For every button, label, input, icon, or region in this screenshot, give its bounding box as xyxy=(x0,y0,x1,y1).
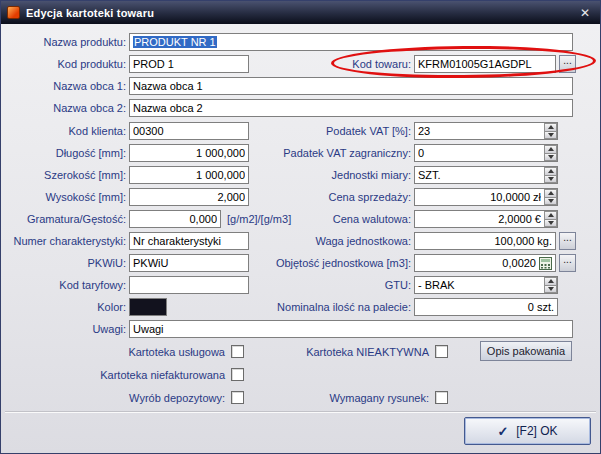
podatek-vat-zagraniczny-spinner xyxy=(544,145,557,161)
pkwiu-label: PKWiU: xyxy=(7,254,126,272)
waga-jednostkowa-label: Waga jednostkowa: xyxy=(231,232,411,250)
arrow-down-icon xyxy=(548,177,554,181)
nazwa-produktu-label: Nazwa produktu: xyxy=(7,33,126,51)
uwagi-label: Uwagi: xyxy=(7,320,126,338)
spin-down-button[interactable] xyxy=(544,154,557,162)
cena-sprzedazy-input[interactable]: 10,0000 zł xyxy=(414,188,558,206)
kod-towaru-label: Kod towaru: xyxy=(231,55,411,73)
spin-up-button[interactable] xyxy=(544,167,557,176)
arrow-down-icon xyxy=(548,221,554,225)
cena-sprzedazy-value: 10,0000 zł xyxy=(418,191,541,203)
cena-walutowa-input[interactable]: 2,0000 € xyxy=(414,210,558,228)
spin-up-button[interactable] xyxy=(544,277,557,286)
spin-down-button[interactable] xyxy=(544,132,557,140)
gtu-input[interactable]: - BRAK xyxy=(414,276,558,294)
waga-jednostkowa-value: 100,000 kg. xyxy=(418,235,552,247)
numer-charakterystyki-label: Numer charakterystyki: xyxy=(7,232,126,250)
objetosc-jednostkowa-input[interactable]: 0,0020 xyxy=(414,254,556,272)
arrow-down-icon xyxy=(548,155,554,159)
kod-towaru-browse-button[interactable]: ... xyxy=(559,55,576,73)
kartoteka-nieaktywna-checkbox[interactable] xyxy=(435,345,448,358)
uwagi-value: Uwagi xyxy=(133,323,569,335)
arrow-up-icon xyxy=(548,213,554,217)
window-title: Edycja kartoteki towaru xyxy=(26,7,570,19)
titlebar[interactable]: Edycja kartoteki towaru ✕ xyxy=(1,1,600,24)
jednostki-miary-value: SZT. xyxy=(418,169,541,181)
kod-towaru-input[interactable]: KFRM01005G1AGDPL xyxy=(414,55,556,73)
jednostki-miary-label: Jednostki miary: xyxy=(231,166,411,184)
podatek-vat-zagraniczny-value: 0 xyxy=(418,147,541,159)
waga-jednostkowa-input[interactable]: 100,000 kg. xyxy=(414,232,556,250)
objetosc-jednostkowa-browse-button[interactable]: ... xyxy=(559,254,576,272)
kartoteka-niefakturowana-label: Kartoteka niefakturowana xyxy=(7,366,225,384)
wymagany-rysunek-label: Wymagany rysunek: xyxy=(241,389,429,407)
nazwa-produktu-input[interactable]: PRODUKT NR 1 xyxy=(129,33,573,51)
wymagany-rysunek-checkbox[interactable] xyxy=(435,391,448,404)
spin-up-button[interactable] xyxy=(544,123,557,132)
kod-taryfowy-label: Kod taryfowy: xyxy=(7,276,126,294)
kod-klienta-value: 00300 xyxy=(133,125,245,137)
spin-up-button[interactable] xyxy=(544,189,557,198)
spin-up-button[interactable] xyxy=(544,145,557,154)
podatek-vat-zagraniczny-input[interactable]: 0 xyxy=(414,144,558,162)
kartoteka-niefakturowana-checkbox[interactable] xyxy=(231,368,244,381)
uwagi-input[interactable]: Uwagi xyxy=(129,320,573,338)
nominalna-ilosc-label: Nominalna ilość na palecie: xyxy=(231,298,411,316)
kartoteka-nieaktywna-label: Kartoteka NIEAKTYWNA xyxy=(241,343,429,361)
gramatura-label: Gramatura/Gęstość: xyxy=(7,210,126,228)
calculator-icon[interactable] xyxy=(539,257,552,270)
kod-klienta-label: Kod klienta: xyxy=(7,122,126,140)
dlugosc-value: 1 000,000 xyxy=(133,147,245,159)
nazwa-obca-2-input[interactable]: Nazwa obca 2 xyxy=(129,99,573,117)
edit-product-dialog: Edycja kartoteki towaru ✕ Nazwa produktu… xyxy=(0,0,601,454)
nazwa-obca-1-value: Nazwa obca 1 xyxy=(133,80,569,92)
wysokosc-value: 2,000 xyxy=(133,191,245,203)
objetosc-jednostkowa-label: Objętość jednostkowa [m3]: xyxy=(231,254,411,272)
spin-down-button[interactable] xyxy=(544,176,557,184)
dlugosc-label: Długość [mm]: xyxy=(7,144,126,162)
nazwa-obca-2-label: Nazwa obca 2: xyxy=(7,99,126,117)
spin-down-button[interactable] xyxy=(544,198,557,206)
kod-produktu-label: Kod produktu: xyxy=(7,55,126,73)
opis-pakowania-button[interactable]: Opis pakowania xyxy=(480,341,572,361)
nazwa-produktu-value: PRODUKT NR 1 xyxy=(133,36,569,48)
kolor-label: Kolor: xyxy=(7,298,126,316)
gtu-value: - BRAK xyxy=(418,279,541,291)
pkwiu-value: PKWiU xyxy=(133,257,245,269)
kartoteka-uslugowa-label: Kartoteka usługowa xyxy=(7,343,225,361)
nominalna-ilosc-input[interactable]: 0 szt. xyxy=(414,298,558,316)
ok-button-label: [F2] OK xyxy=(516,424,557,438)
numer-charakterystyki-value: Nr charakterystyki xyxy=(133,235,245,247)
arrow-up-icon xyxy=(548,279,554,283)
footer-separator xyxy=(5,411,596,413)
kolor-swatch[interactable] xyxy=(129,298,167,316)
cena-walutowa-value: 2,0000 € xyxy=(418,213,541,225)
arrow-up-icon xyxy=(548,147,554,151)
close-button[interactable]: ✕ xyxy=(576,6,594,20)
wysokosc-label: Wysokość [mm]: xyxy=(7,188,126,206)
jednostki-miary-input[interactable]: SZT. xyxy=(414,166,558,184)
waga-jednostkowa-browse-button[interactable]: ... xyxy=(559,232,576,250)
podatek-vat-input[interactable]: 23 xyxy=(414,122,558,140)
jednostki-miary-spinner xyxy=(544,167,557,183)
check-icon: ✓ xyxy=(497,424,508,439)
arrow-up-icon xyxy=(548,169,554,173)
arrow-down-icon xyxy=(548,133,554,137)
cena-sprzedazy-spinner xyxy=(544,189,557,205)
selected-text: PRODUKT NR 1 xyxy=(133,36,217,48)
podatek-vat-zagraniczny-label: Padatek VAT zagraniczny: xyxy=(231,144,411,162)
spin-down-button[interactable] xyxy=(544,220,557,228)
kod-produktu-value: PROD 1 xyxy=(133,58,245,70)
gramatura-input[interactable]: 0,000 xyxy=(129,210,221,228)
nazwa-obca-1-label: Nazwa obca 1: xyxy=(7,77,126,95)
gtu-spinner xyxy=(544,277,557,293)
arrow-up-icon xyxy=(548,125,554,129)
kod-towaru-value: KFRM01005G1AGDPL xyxy=(418,58,552,70)
ok-button[interactable]: ✓ [F2] OK xyxy=(464,417,591,445)
nazwa-obca-1-input[interactable]: Nazwa obca 1 xyxy=(129,77,573,95)
spin-down-button[interactable] xyxy=(544,286,557,294)
nominalna-ilosc-value: 0 szt. xyxy=(418,301,554,313)
szerokosc-label: Szerokość [mm]: xyxy=(7,166,126,184)
spin-up-button[interactable] xyxy=(544,211,557,220)
arrow-up-icon xyxy=(548,191,554,195)
